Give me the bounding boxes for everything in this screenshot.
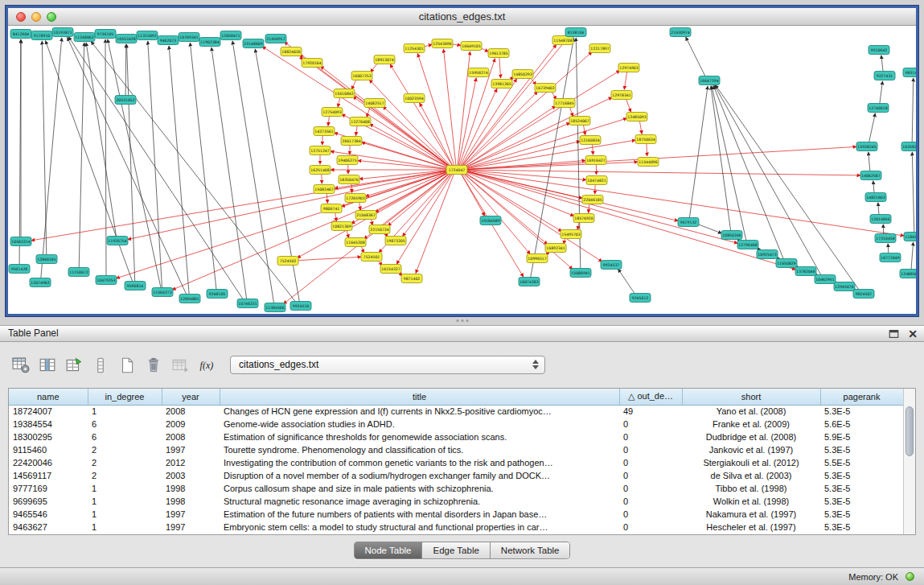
graph-node[interactable]: 12058471 bbox=[220, 31, 241, 40]
column-header-out_degree[interactable]: △ out_de… bbox=[619, 389, 682, 405]
graph-node[interactable]: 12754093 bbox=[322, 108, 343, 117]
graph-node[interactable]: 23148609 bbox=[243, 39, 264, 48]
graph-node[interactable]: 18824036 bbox=[281, 47, 302, 56]
graph-node[interactable]: 9248105 bbox=[207, 290, 228, 299]
table-selector-combo[interactable]: citations_edges.txt bbox=[230, 356, 545, 374]
graph-node[interactable]: 16007253 bbox=[351, 72, 372, 80]
graph-node[interactable]: 10746231 bbox=[237, 299, 258, 308]
graph-node[interactable]: 15938245 bbox=[856, 142, 877, 151]
graph-node[interactable]: 13074962 bbox=[30, 278, 51, 287]
graph-node[interactable]: 13276408 bbox=[350, 117, 371, 126]
select-columns-icon[interactable] bbox=[38, 356, 57, 375]
graph-node[interactable]: 9227431 bbox=[874, 72, 895, 80]
table-row[interactable]: 1938455462009Genome-wide association stu… bbox=[9, 418, 903, 431]
graph-node[interactable]: 19873205 bbox=[385, 237, 406, 245]
graph-node[interactable]: 15086941 bbox=[570, 269, 591, 278]
graph-node[interactable]: 10474821 bbox=[586, 176, 607, 185]
float-panel-icon[interactable] bbox=[888, 328, 900, 340]
graph-node[interactable]: 15082467 bbox=[314, 185, 335, 194]
graph-node[interactable]: 14273561 bbox=[314, 127, 335, 136]
selection-mode-icon[interactable] bbox=[91, 356, 110, 375]
graph-node[interactable]: 18750634 bbox=[635, 135, 656, 144]
graph-node[interactable]: 9924510 bbox=[290, 302, 311, 311]
column-header-year[interactable]: year bbox=[162, 389, 220, 405]
graph-node[interactable]: 18524067 bbox=[569, 117, 590, 126]
graph-node[interactable]: 21450917 bbox=[265, 35, 286, 43]
import-table-icon[interactable] bbox=[170, 356, 190, 375]
graph-node[interactable]: 15495703 bbox=[561, 230, 581, 239]
graph-node[interactable]: 9871402 bbox=[401, 274, 422, 283]
graph-node[interactable]: 18913074 bbox=[374, 56, 395, 64]
graph-node[interactable]: 10358214 bbox=[901, 142, 916, 151]
graph-node[interactable]: 21048367 bbox=[355, 211, 376, 220]
graph-node[interactable]: 10821369 bbox=[331, 222, 352, 231]
graph-node[interactable]: 10925473 bbox=[757, 250, 778, 259]
tab-node-table[interactable]: Node Table bbox=[355, 542, 423, 558]
graph-node[interactable]: 22150734 bbox=[369, 225, 390, 234]
graph-node[interactable]: 11645208 bbox=[345, 238, 366, 247]
graph-node[interactable]: 15958274 bbox=[468, 68, 489, 77]
new-table-icon[interactable] bbox=[117, 356, 137, 375]
graph-node[interactable]: 11902384 bbox=[199, 38, 220, 47]
graph-node[interactable]: 16647294 bbox=[699, 76, 720, 85]
graph-node[interactable]: 14082517 bbox=[364, 99, 385, 108]
table-vertical-scrollbar[interactable] bbox=[903, 389, 915, 534]
graph-node[interactable]: 18350476 bbox=[339, 175, 359, 184]
panel-splitter[interactable] bbox=[0, 317, 924, 325]
graph-node[interactable]: 16772049 bbox=[880, 253, 901, 262]
table-row[interactable]: 2242004622012Investigating the contribut… bbox=[9, 456, 903, 469]
graph-node[interactable]: 9806741 bbox=[321, 204, 342, 213]
graph-node[interactable]: 11845093 bbox=[904, 233, 916, 241]
graph-node[interactable]: 14850293 bbox=[512, 70, 533, 79]
table-row[interactable]: 1456911722003Disruption of a novel membe… bbox=[9, 469, 903, 482]
column-header-pagerank[interactable]: pagerank bbox=[820, 389, 903, 405]
graph-node[interactable]: 12014856 bbox=[870, 215, 891, 224]
graph-node[interactable]: 17310458 bbox=[875, 234, 896, 243]
graph-node[interactable]: 13782046 bbox=[795, 267, 816, 276]
graph-node[interactable]: 1724047 bbox=[446, 166, 467, 175]
edit-column-icon[interactable] bbox=[64, 356, 84, 375]
graph-node[interactable]: 11920754 bbox=[107, 237, 128, 245]
delete-table-icon[interactable] bbox=[144, 356, 163, 375]
graph-node[interactable]: 11315092 bbox=[137, 31, 158, 40]
graph-node[interactable]: 22046185 bbox=[582, 196, 603, 204]
graph-node[interactable]: 16251408 bbox=[310, 166, 331, 175]
graph-node[interactable]: 14062587 bbox=[860, 171, 881, 180]
graph-node[interactable]: 17265903 bbox=[345, 194, 366, 203]
graph-node[interactable]: 16649105 bbox=[461, 42, 482, 51]
minimize-button[interactable] bbox=[31, 12, 41, 22]
graph-node[interactable]: 10583214 bbox=[10, 237, 31, 246]
graph-node[interactable]: 12488567 bbox=[900, 270, 916, 278]
graph-node[interactable]: 19184589 bbox=[480, 216, 501, 225]
graph-node[interactable]: 10023594 bbox=[404, 94, 425, 103]
network-window-titlebar[interactable]: citations_edges.txt bbox=[8, 8, 916, 26]
graph-node[interactable]: 8412604 bbox=[10, 30, 31, 39]
graph-node[interactable]: 8138104 bbox=[565, 28, 586, 37]
graph-node[interactable]: 9679132 bbox=[678, 218, 699, 227]
graph-node[interactable]: 14821603 bbox=[865, 193, 886, 202]
graph-node[interactable]: 11254301 bbox=[404, 44, 425, 53]
graph-node[interactable]: 12945076 bbox=[834, 282, 855, 291]
graph-node[interactable]: 12796408 bbox=[737, 241, 758, 249]
table-row[interactable]: 946554611997Estimation of the future num… bbox=[9, 508, 903, 521]
graph-node[interactable]: 11384506 bbox=[265, 303, 285, 312]
network-canvas[interactable]: 8412604917891010193871112480629736105105… bbox=[8, 26, 916, 314]
graph-node[interactable]: 11504273 bbox=[152, 288, 173, 297]
table-settings-icon[interactable] bbox=[11, 356, 31, 375]
graph-node[interactable]: 10479253 bbox=[96, 276, 117, 285]
graph-node[interactable]: 17920164 bbox=[302, 59, 322, 68]
graph-node[interactable]: 9462073 bbox=[158, 36, 179, 45]
graph-node[interactable]: 12751247 bbox=[310, 146, 331, 155]
graph-node[interactable]: 16916427 bbox=[585, 156, 606, 165]
graph-node[interactable]: 16739402 bbox=[535, 84, 556, 93]
graph-node[interactable]: 19406275 bbox=[337, 156, 358, 165]
table-row[interactable]: 1830029562008Estimation of significance … bbox=[9, 431, 903, 443]
tab-network-table[interactable]: Network Table bbox=[491, 542, 570, 558]
table-row[interactable]: 977716911998Corpus callosum shape and si… bbox=[9, 482, 903, 495]
graph-node[interactable]: 12217897 bbox=[589, 44, 610, 53]
graph-node[interactable]: 21630974 bbox=[670, 28, 691, 37]
graph-node[interactable]: 10553428 bbox=[116, 35, 137, 43]
graph-node[interactable]: 19613785 bbox=[488, 49, 509, 58]
graph-node[interactable]: 10850246 bbox=[721, 231, 742, 240]
graph-node[interactable]: 20531052 bbox=[115, 96, 136, 105]
